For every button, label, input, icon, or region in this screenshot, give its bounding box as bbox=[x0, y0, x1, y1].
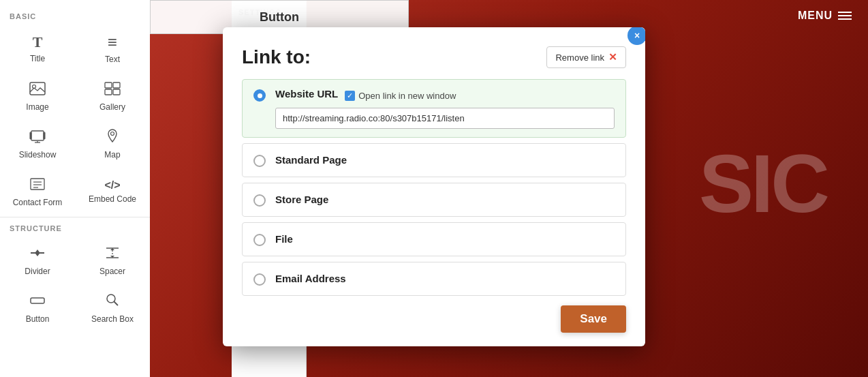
file-title: File bbox=[275, 233, 293, 245]
link-option-store-page[interactable]: Store Page bbox=[242, 183, 626, 217]
store-page-radio[interactable] bbox=[253, 194, 266, 207]
remove-link-label: Remove link bbox=[555, 52, 604, 63]
website-url-title: Website URL bbox=[275, 88, 338, 100]
remove-link-icon: ✕ bbox=[608, 51, 617, 63]
save-label: Save bbox=[580, 312, 607, 325]
link-option-email-address[interactable]: Email Address bbox=[242, 262, 626, 296]
standard-page-title: Standard Page bbox=[275, 154, 347, 166]
link-option-standard-page[interactable]: Standard Page bbox=[242, 143, 626, 177]
new-window-label: Open link in new window bbox=[358, 91, 456, 101]
standard-page-radio[interactable] bbox=[253, 155, 266, 167]
url-input[interactable] bbox=[275, 108, 615, 129]
store-page-title: Store Page bbox=[275, 194, 328, 205]
email-address-content: Email Address bbox=[275, 273, 615, 285]
new-window-checkbox[interactable]: ✓ bbox=[345, 91, 355, 101]
link-to-modal: × Link to: Remove link ✕ Website URL ✓ O… bbox=[223, 27, 645, 346]
website-url-content: Website URL ✓ Open link in new window bbox=[275, 88, 615, 129]
new-window-checkbox-label[interactable]: ✓ Open link in new window bbox=[345, 91, 456, 101]
link-option-file[interactable]: File bbox=[242, 222, 626, 256]
modal-overlay: × Link to: Remove link ✕ Website URL ✓ O… bbox=[0, 0, 868, 377]
save-button[interactable]: Save bbox=[561, 305, 626, 333]
standard-page-content: Standard Page bbox=[275, 154, 615, 166]
close-icon: × bbox=[634, 30, 640, 41]
email-address-title: Email Address bbox=[275, 273, 346, 284]
website-url-radio[interactable] bbox=[253, 89, 266, 102]
email-address-radio[interactable] bbox=[253, 273, 266, 286]
modal-close-button[interactable]: × bbox=[627, 27, 645, 45]
store-page-content: Store Page bbox=[275, 194, 615, 206]
link-option-website-url[interactable]: Website URL ✓ Open link in new window bbox=[242, 79, 626, 138]
remove-link-button[interactable]: Remove link ✕ bbox=[546, 46, 626, 68]
file-content: File bbox=[275, 233, 615, 245]
file-radio[interactable] bbox=[253, 234, 266, 246]
website-url-header-row: Website URL ✓ Open link in new window bbox=[275, 88, 615, 104]
